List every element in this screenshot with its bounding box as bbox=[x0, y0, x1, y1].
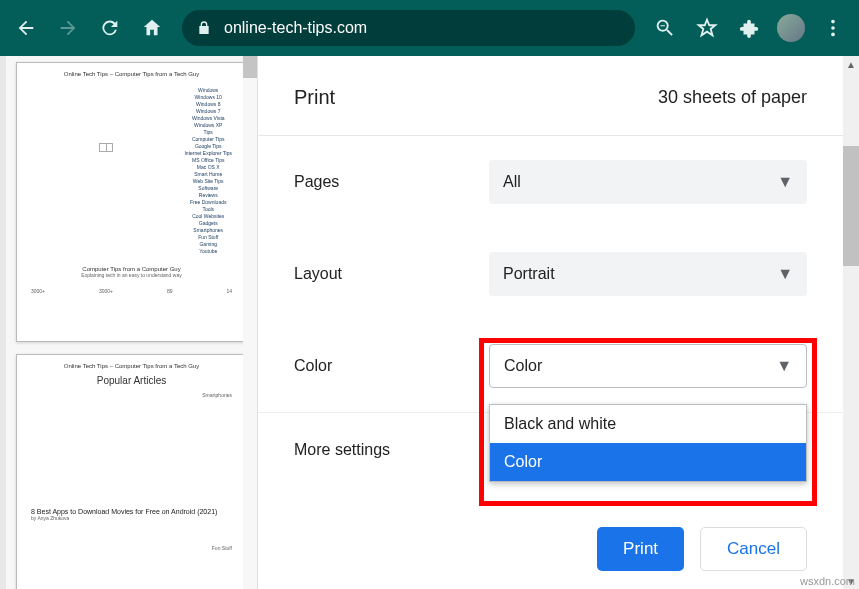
preview-page-1[interactable]: Online Tech Tips – Computer Tips from a … bbox=[16, 62, 247, 342]
layout-select[interactable]: Portrait ▼ bbox=[489, 252, 807, 296]
thumb-link: MS Office Tips bbox=[192, 157, 224, 163]
thumb-link: Computer Tips bbox=[192, 136, 225, 142]
thumb-link: Mac OS X bbox=[197, 164, 220, 170]
thumb-link: Gaming bbox=[199, 241, 217, 247]
thumb-stat: 89 bbox=[167, 288, 173, 294]
thumb-link: Windows XP bbox=[194, 122, 222, 128]
profile-avatar[interactable] bbox=[773, 10, 809, 46]
watermark: wsxdn.com bbox=[800, 575, 855, 587]
thumb-stat: 3000+ bbox=[99, 288, 113, 294]
lock-icon bbox=[196, 20, 212, 36]
thumb-link: Gadgets bbox=[199, 220, 218, 226]
thumb-link: Cool Websites bbox=[192, 213, 224, 219]
thumb-category: Smartphones bbox=[31, 392, 232, 398]
thumb-link: Smartphones bbox=[193, 227, 223, 233]
dialog-header: Print 30 sheets of paper bbox=[258, 56, 843, 136]
sheet-count: 30 sheets of paper bbox=[658, 87, 807, 108]
thumb-link: Windows bbox=[198, 87, 218, 93]
address-bar[interactable]: online-tech-tips.com bbox=[182, 10, 635, 46]
layout-row: Layout Portrait ▼ bbox=[294, 228, 807, 320]
preview-scrollbar-thumb[interactable] bbox=[243, 56, 257, 78]
color-option-color[interactable]: Color bbox=[490, 443, 806, 481]
thumb-stat: 14 bbox=[226, 288, 232, 294]
color-label: Color bbox=[294, 357, 489, 375]
svg-point-0 bbox=[831, 20, 835, 24]
chevron-down-icon: ▼ bbox=[776, 357, 792, 375]
url-host: online-tech-tips.com bbox=[224, 19, 367, 37]
star-icon[interactable] bbox=[689, 10, 725, 46]
thumb-link: Tips bbox=[204, 129, 213, 135]
thumb-header: Online Tech Tips – Computer Tips from a … bbox=[31, 71, 232, 77]
thumb-link: Windows Vista bbox=[192, 115, 225, 121]
preview-scrollbar[interactable] bbox=[243, 56, 257, 589]
zoom-icon[interactable] bbox=[647, 10, 683, 46]
layout-value: Portrait bbox=[503, 265, 555, 283]
dialog-scrollbar[interactable]: ▲ ▼ bbox=[843, 56, 859, 589]
dialog-title: Print bbox=[294, 86, 335, 109]
thumb-tagline: Explaining tech in an easy to understand… bbox=[31, 272, 232, 278]
thumb-link: Google Tips bbox=[195, 143, 222, 149]
content-area: Online Tech Tips – Computer Tips from a … bbox=[0, 56, 859, 589]
more-settings-label: More settings bbox=[294, 441, 390, 459]
svg-point-2 bbox=[831, 33, 835, 37]
scroll-up-icon[interactable]: ▲ bbox=[843, 56, 859, 72]
forward-button[interactable] bbox=[50, 10, 86, 46]
home-button[interactable] bbox=[134, 10, 170, 46]
svg-point-1 bbox=[831, 26, 835, 30]
color-row: Color Color ▼ Black and white Color bbox=[294, 320, 807, 412]
reload-button[interactable] bbox=[92, 10, 128, 46]
article-byline: by Anya Zhukova bbox=[31, 515, 232, 521]
book-icon bbox=[99, 143, 113, 152]
thumb-link: Fun Stuff bbox=[198, 234, 218, 240]
thumb-link: Windows 8 bbox=[196, 101, 220, 107]
thumb-link: Web Site Tips bbox=[193, 178, 224, 184]
thumb-link: Windows 7 bbox=[196, 108, 220, 114]
thumb-link: Reviews bbox=[199, 192, 218, 198]
pages-label: Pages bbox=[294, 173, 489, 191]
color-select[interactable]: Color ▼ bbox=[489, 344, 807, 388]
thumb-tag: Fun Stuff bbox=[31, 545, 232, 551]
thumb-stat: 3000+ bbox=[31, 288, 45, 294]
thumb-link: Software bbox=[198, 185, 218, 191]
article-title: 8 Best Apps to Download Movies for Free … bbox=[31, 508, 232, 515]
thumb-link: Tools bbox=[202, 206, 214, 212]
browser-toolbar: online-tech-tips.com bbox=[0, 0, 859, 56]
print-button[interactable]: Print bbox=[597, 527, 684, 571]
layout-label: Layout bbox=[294, 265, 489, 283]
pages-select[interactable]: All ▼ bbox=[489, 160, 807, 204]
color-option-bw[interactable]: Black and white bbox=[490, 405, 806, 443]
color-value: Color bbox=[504, 357, 542, 375]
print-dialog: Print 30 sheets of paper Pages All ▼ Lay… bbox=[258, 56, 859, 589]
thumb-link: Internet Explorer Tips bbox=[184, 150, 232, 156]
popular-heading: Popular Articles bbox=[31, 375, 232, 386]
thumb-footer: 3000+3000+8914 bbox=[31, 288, 232, 294]
dialog-footer: Print Cancel bbox=[258, 509, 843, 589]
preview-page-2[interactable]: Online Tech Tips – Computer Tips from a … bbox=[16, 354, 247, 589]
thumb-link: Youtube bbox=[199, 248, 217, 254]
chevron-down-icon: ▼ bbox=[777, 265, 793, 283]
pages-row: Pages All ▼ bbox=[294, 136, 807, 228]
back-button[interactable] bbox=[8, 10, 44, 46]
print-preview-pane[interactable]: Online Tech Tips – Computer Tips from a … bbox=[6, 56, 258, 589]
pages-value: All bbox=[503, 173, 521, 191]
thumb-link: Free Downloads bbox=[190, 199, 226, 205]
extensions-icon[interactable] bbox=[731, 10, 767, 46]
color-dropdown: Black and white Color bbox=[489, 404, 807, 482]
cancel-button[interactable]: Cancel bbox=[700, 527, 807, 571]
thumb-links: WindowsWindows 10Windows 8Windows 7Windo… bbox=[184, 87, 232, 254]
thumb-link: Windows 10 bbox=[195, 94, 222, 100]
thumb-link: Smart Home bbox=[194, 171, 222, 177]
menu-icon[interactable] bbox=[815, 10, 851, 46]
dialog-scrollbar-thumb[interactable] bbox=[843, 146, 859, 266]
thumb-header-2: Online Tech Tips – Computer Tips from a … bbox=[31, 363, 232, 369]
chevron-down-icon: ▼ bbox=[777, 173, 793, 191]
